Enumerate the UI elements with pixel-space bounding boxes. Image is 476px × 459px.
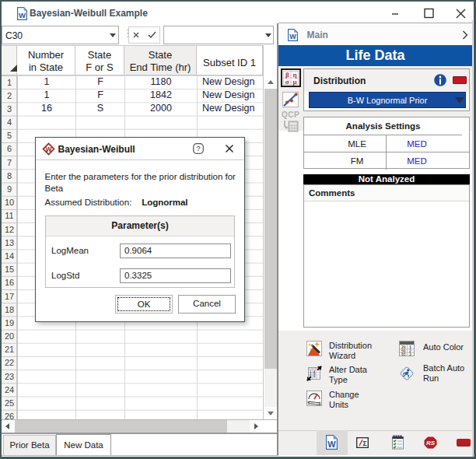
svg-text:W: W [19, 11, 26, 19]
svg-text:Σ: Σ [362, 440, 367, 447]
svg-text:RS: RS [426, 440, 436, 447]
svg-text:σ: σ [285, 78, 289, 86]
svg-text:W: W [289, 33, 296, 40]
svg-text:W: W [327, 440, 336, 449]
svg-text:W: W [45, 145, 52, 153]
svg-text:?: ? [196, 144, 200, 152]
svg-text:μ: μ [292, 78, 296, 86]
